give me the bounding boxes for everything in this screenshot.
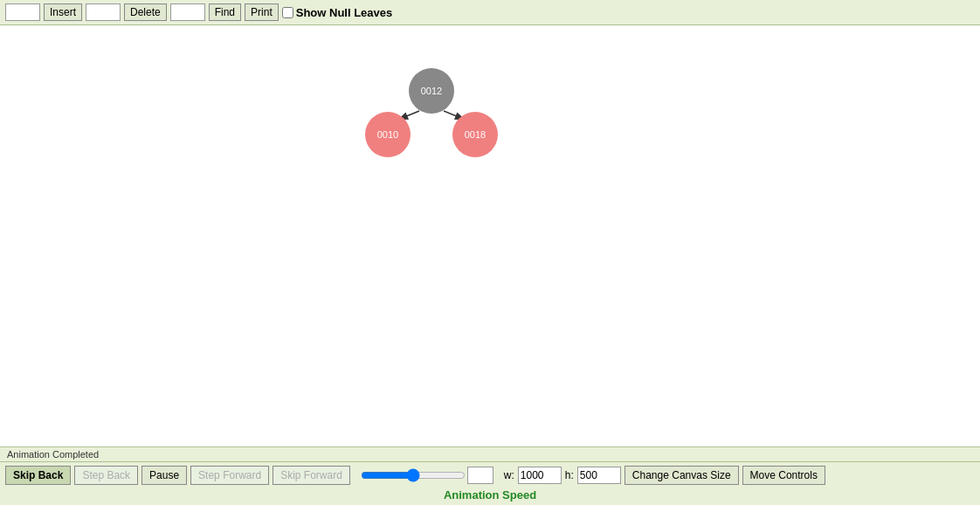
canvas-h-label: h: [565,469,574,481]
toolbar: Insert Delete Find Print Show Null Leave… [0,0,980,25]
bottom-controls: Skip Back Step Back Pause Step Forward S… [0,461,980,488]
animation-speed-label: Animation Speed [444,488,536,502]
step-back-button[interactable]: Step Back [74,466,138,485]
canvas-w-input[interactable] [518,467,562,484]
insert-button[interactable]: Insert [44,3,82,21]
move-controls-button[interactable]: Move Controls [742,466,825,485]
skip-back-button[interactable]: Skip Back [5,466,71,485]
canvas-h-input[interactable] [577,467,621,484]
animation-speed-value[interactable] [467,467,493,484]
status-bar: Animation Completed [0,446,980,461]
show-null-leaves-label[interactable]: Show Null Leaves [282,6,393,19]
skip-forward-button[interactable]: Skip Forward [273,466,350,485]
pause-button[interactable]: Pause [141,466,187,485]
show-null-leaves-checkbox[interactable] [282,7,293,18]
delete-input[interactable] [86,3,121,21]
node-left-label: 0010 [377,129,398,140]
show-null-leaves-text: Show Null Leaves [296,6,393,19]
print-button[interactable]: Print [245,3,279,21]
bottom-wrapper: Skip Back Step Back Pause Step Forward S… [0,461,980,505]
node-right-label: 0018 [465,129,486,140]
canvas-area: 0012 0010 0018 [0,25,980,446]
step-forward-button[interactable]: Step Forward [190,466,269,485]
status-message: Animation Completed [7,449,99,460]
canvas-size-section: w: h: Change Canvas Size Move Controls [504,466,825,485]
tree-svg: 0012 0010 0018 [0,25,980,446]
insert-input[interactable] [5,3,40,21]
delete-button[interactable]: Delete [124,3,167,21]
find-button[interactable]: Find [209,3,241,21]
animation-label-row: Animation Speed [0,488,980,505]
canvas-w-label: w: [504,469,514,481]
find-input[interactable] [170,3,205,21]
speed-slider-container [361,467,493,484]
node-root-label: 0012 [421,86,442,96]
animation-speed-slider[interactable] [361,467,466,483]
change-canvas-button[interactable]: Change Canvas Size [625,466,739,485]
